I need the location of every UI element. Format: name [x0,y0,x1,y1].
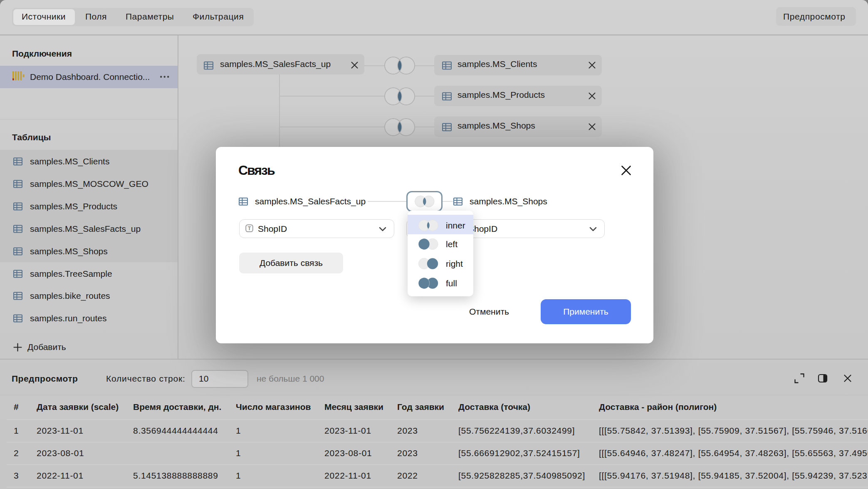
svg-text:T: T [248,226,251,231]
